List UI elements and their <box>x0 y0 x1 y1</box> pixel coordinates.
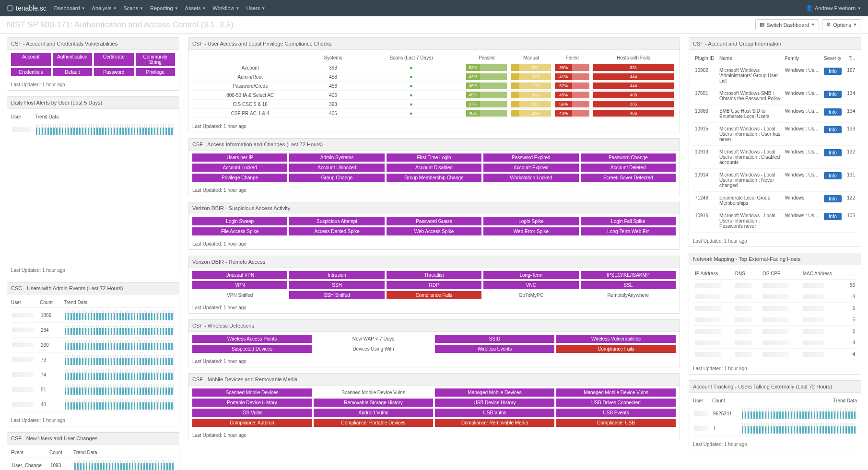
matrix-cell[interactable]: RDP <box>387 281 481 289</box>
matrix-cell[interactable]: Account Locked <box>192 164 287 172</box>
matrix-cell[interactable]: Login Fail Spike <box>581 217 676 225</box>
matrix-cell[interactable]: Privilege <box>136 68 176 76</box>
table-row[interactable]: CSF PR.AC-1 & 4406 ● 48% 11% 43% 406 <box>192 109 676 118</box>
matrix-cell[interactable]: Web Error Spike <box>483 227 578 235</box>
matrix-cell[interactable]: USB Vulns <box>435 409 554 417</box>
matrix-cell[interactable]: Account Expired <box>483 164 578 172</box>
matrix-cell[interactable]: Password <box>94 68 134 76</box>
severity-badge[interactable]: Info <box>824 195 842 202</box>
matrix-cell[interactable]: Access Denied Spike <box>289 227 384 235</box>
matrix-cell[interactable]: iOS Vulns <box>192 409 312 417</box>
matrix-cell[interactable]: Web Access Spike <box>387 227 481 235</box>
matrix-cell[interactable]: SSH <box>289 281 384 289</box>
matrix-cell[interactable]: Login Sweep <box>192 217 287 225</box>
table-row[interactable]: Password/Creds453 ● 36% 12% 52% 444 <box>192 82 676 91</box>
matrix-cell[interactable]: New WAP < 7 Days <box>314 335 433 343</box>
matrix-cell[interactable]: Compliance Fails <box>387 291 481 299</box>
matrix-cell[interactable]: Admin Systems <box>289 153 384 162</box>
matrix-cell[interactable]: Wireless Access Points <box>192 335 312 343</box>
table-row[interactable]: 1 <box>693 421 857 436</box>
nav-item[interactable]: Analysis▼ <box>92 5 117 11</box>
matrix-cell[interactable]: Unusual VPN <box>192 271 287 279</box>
matrix-cell[interactable]: Scanned Mobile Device Vulns <box>314 388 433 397</box>
matrix-cell[interactable]: VPN <box>192 281 287 289</box>
matrix-cell[interactable]: Compliance: Autorun <box>192 419 312 427</box>
matrix-cell[interactable]: Suspicious Attempt <box>289 217 384 225</box>
matrix-cell[interactable]: Password Expired <box>483 153 578 162</box>
matrix-cell[interactable]: Authentication <box>53 53 93 66</box>
table-row[interactable]: 56 <box>693 280 857 291</box>
matrix-cell[interactable]: Compliance: Portable Devices <box>314 419 433 427</box>
matrix-cell[interactable]: Long-Term <box>483 271 578 279</box>
table-row[interactable]: 4 <box>693 349 857 360</box>
nav-item[interactable]: Assets▼ <box>185 5 206 11</box>
nav-item[interactable]: Users▼ <box>246 5 265 11</box>
brand[interactable]: tenable.sc <box>7 4 47 12</box>
table-row[interactable] <box>11 122 175 137</box>
nav-item[interactable]: Reporting▼ <box>150 5 178 11</box>
matrix-cell[interactable]: Account <box>11 53 51 66</box>
matrix-cell[interactable]: Default <box>53 68 93 76</box>
matrix-cell[interactable]: Privilege Change <box>192 174 287 182</box>
matrix-cell[interactable]: Certificate <box>94 53 134 66</box>
matrix-cell[interactable]: GoToMyPC <box>483 291 578 299</box>
matrix-cell[interactable]: VPN Sniffed <box>192 291 287 299</box>
matrix-cell[interactable]: Community String <box>136 53 176 66</box>
matrix-cell[interactable]: Wireless Vulnerabilities <box>556 335 676 343</box>
matrix-cell[interactable]: Group Membership Change <box>387 174 481 182</box>
table-row[interactable]: 5 <box>693 314 857 326</box>
matrix-cell[interactable]: Compliance Fails <box>556 345 676 353</box>
matrix-cell[interactable]: SSH Sniffed <box>289 291 384 299</box>
nav-item[interactable]: Scans▼ <box>123 5 143 11</box>
matrix-cell[interactable]: Screen Saver Detected <box>581 174 676 182</box>
matrix-cell[interactable]: Account Disabled <box>387 164 481 172</box>
matrix-cell[interactable]: Login Spike <box>483 217 578 225</box>
table-row[interactable]: 10913Microsoft Windows - Local Users Inf… <box>693 146 857 169</box>
table-row[interactable]: 10860SMB Use Host SID to Enumerate Local… <box>693 105 857 123</box>
matrix-cell[interactable]: Portable Device History <box>192 399 312 407</box>
matrix-cell[interactable]: Users per IP <box>192 153 287 162</box>
severity-badge[interactable]: Info <box>824 91 842 98</box>
matrix-cell[interactable]: Managed Mobile Device Vulns <box>556 388 676 397</box>
matrix-cell[interactable]: Workstation Locked <box>483 174 578 182</box>
table-row[interactable]: 48 <box>11 397 175 412</box>
matrix-cell[interactable]: IPSEC/IKE/ISAKMP <box>581 271 676 279</box>
table-row[interactable]: 10914Microsoft Windows - Local Users Inf… <box>693 169 857 192</box>
matrix-cell[interactable]: Managed Mobile Devices <box>435 388 554 397</box>
table-row[interactable]: User_Change1093 <box>11 458 175 470</box>
severity-badge[interactable]: Info <box>824 213 842 220</box>
table-row[interactable]: 1889 <box>11 308 175 323</box>
matrix-cell[interactable]: Account Unlocked <box>289 164 384 172</box>
matrix-cell[interactable]: Threatlist <box>387 271 481 279</box>
switch-dashboard-button[interactable]: ▦ Switch Dashboard ▼ <box>755 19 819 30</box>
severity-badge[interactable]: Info <box>824 68 842 75</box>
nav-item[interactable]: Workflow▼ <box>213 5 240 11</box>
matrix-cell[interactable]: SSL <box>581 281 676 289</box>
table-row[interactable]: 17651Microsoft Windows SMB : Obtains the… <box>693 87 857 105</box>
matrix-cell[interactable]: Password Guess <box>387 217 481 225</box>
matrix-cell[interactable]: SSID <box>435 335 554 343</box>
matrix-cell[interactable]: VNC <box>483 281 578 289</box>
severity-badge[interactable]: Info <box>824 149 842 156</box>
matrix-cell[interactable]: USB Device History <box>435 399 554 407</box>
table-row[interactable]: 74 <box>11 367 175 382</box>
matrix-cell[interactable]: USB Events <box>556 409 676 417</box>
matrix-cell[interactable]: Password Change <box>581 153 676 162</box>
matrix-cell[interactable]: Intrusion <box>289 271 384 279</box>
matrix-cell[interactable]: Compliance: Removable Media <box>435 419 554 427</box>
matrix-cell[interactable]: First Time Login <box>387 153 481 162</box>
matrix-cell[interactable]: Compliance: USB <box>556 419 676 427</box>
table-row[interactable]: 71246Enumerate Local Group MembershipsWi… <box>693 192 857 210</box>
matrix-cell[interactable]: Android Vulns <box>314 409 433 417</box>
severity-badge[interactable]: Info <box>824 126 842 133</box>
table-row[interactable]: 284 <box>11 323 175 338</box>
table-row[interactable]: CIS CSC 5 & 16393 ● 37% 5% 56% 385 <box>192 100 676 109</box>
table-row[interactable]: 5 <box>693 326 857 337</box>
matrix-cell[interactable]: Devices Using WiFi <box>314 345 433 353</box>
table-row[interactable]: 10902Microsoft Windows 'Administrators' … <box>693 64 857 87</box>
table-row[interactable]: 79 <box>11 352 175 367</box>
table-row[interactable]: 8 <box>693 291 857 303</box>
matrix-cell[interactable]: Wireless Events <box>435 345 554 353</box>
matrix-cell[interactable]: Account Deleted <box>581 164 676 172</box>
matrix-cell[interactable]: USB Drives Connected <box>556 399 676 407</box>
